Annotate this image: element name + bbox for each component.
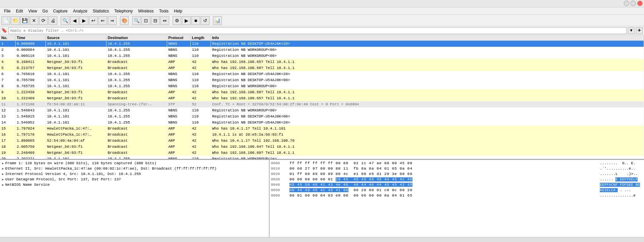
find-button[interactable]: 🔍 [61, 16, 69, 25]
table-row[interactable]: 30.00011610.4.1.10110.4.1.255NBNS110Regi… [0, 53, 644, 59]
detail-row-udp[interactable]: ▶ User Datagram Protocol, Src Port: 137,… [0, 177, 269, 182]
table-row[interactable]: 40.198411Netgear_b6:93:f1BroadcastARP42W… [0, 59, 644, 65]
menu-view[interactable]: View [26, 8, 40, 14]
hex-row-0050: 0050 4b 44 49 45 4c 43 41 00 00 20 00 01… [271, 187, 643, 193]
col-header-length[interactable]: Length [190, 35, 211, 41]
menu-capture[interactable]: Capture [51, 8, 70, 14]
detail-frame-text: Frame 1: 110 bytes on wire (880 bits), 1… [5, 161, 156, 165]
menu-help[interactable]: Help [171, 8, 185, 14]
table-row[interactable]: 70.76570010.4.1.10110.4.1.255NBNS110Regi… [0, 77, 644, 83]
triangle-icon: ▶ [2, 178, 4, 181]
detail-row-ip[interactable]: ▶ Internet Protocol Version 4, Src: 10.4… [0, 171, 269, 177]
table-row[interactable]: 151.797024HewlettPacka_1c:47:…BroadcastA… [0, 126, 644, 132]
triangle-icon: ▶ [2, 172, 4, 176]
packet-rows: 10.00000010.4.1.10110.4.1.255NBNS110Regi… [0, 41, 644, 160]
filter-icon: 🔖 [1, 28, 7, 33]
detail-ip-text: Internet Protocol Version 4, Src: 10.4.1… [5, 172, 141, 176]
hex-row-0030: 0030 00 00 00 00 00 01 20 45 45 45 46 46… [271, 177, 643, 182]
triangle-icon: ▶ [2, 162, 4, 165]
hex-row-0000: 0000 ff ff ff ff ff ff 00 08 02 1c 47 ae… [271, 161, 643, 166]
restart-capture-button[interactable]: ↺ [201, 16, 210, 25]
menu-bar: File Edit View Go Capture Analyze Statis… [0, 7, 644, 15]
filter-dropdown-button[interactable]: ▼ [628, 27, 635, 34]
table-row[interactable]: 101.222469Netgear_b6:93:f1BroadcastARP42… [0, 95, 644, 101]
hex-row-0020: 0020 01 ff 00 89 00 89 00 4c e1 00 e5 d1… [271, 171, 643, 177]
new-capture-button[interactable]: 📄 [1, 16, 10, 25]
title-bar [0, 0, 644, 7]
first-button[interactable]: ↩ [89, 16, 98, 25]
normal-size-button[interactable]: ⊡ [142, 16, 150, 25]
col-header-time[interactable]: Time [15, 35, 45, 41]
zoom-out-button[interactable]: ⊟ [151, 16, 160, 25]
prev-button[interactable]: ◀ [70, 16, 79, 25]
col-header-no[interactable]: No. [0, 35, 15, 41]
detail-ethernet-text: Ethernet II, Src: HewlettPacka_1c:47:ae … [5, 167, 216, 171]
capture-options-button[interactable]: ⚙ [173, 16, 181, 25]
triangle-icon: ▶ [2, 183, 4, 187]
open-button[interactable]: 📁 [11, 16, 20, 25]
packet-table: No. Time Source Destination Protocol Len… [0, 35, 644, 160]
col-header-source[interactable]: Source [45, 35, 106, 41]
detail-nbns-text: NetBIOS Name Service [5, 183, 50, 187]
io-graph-button[interactable]: 📊 [213, 16, 222, 25]
menu-wireless[interactable]: Wireless [135, 8, 156, 14]
table-row[interactable]: 10.00000010.4.1.10110.4.1.255NBNS110Regi… [0, 41, 644, 47]
menu-tools[interactable]: Tools [156, 8, 171, 14]
table-row[interactable]: 171.89006552:54:00:4a:04:afBroadcastARP4… [0, 138, 644, 144]
save-button[interactable]: 💾 [20, 16, 29, 25]
close-capture-button[interactable]: ✕ [30, 16, 38, 25]
detail-row-nbns[interactable]: ▶ NetBIOS Name Service [0, 182, 269, 187]
menu-statistics[interactable]: Statistics [90, 8, 112, 14]
menu-analyze[interactable]: Analyze [70, 8, 90, 14]
hex-row-0040: 0040 45 45 50 46 41 43 4e 46 46 44 46 44… [271, 182, 643, 187]
detail-pane[interactable]: ▶ Frame 1: 110 bytes on wire (880 bits),… [0, 160, 270, 237]
zoom-in-button[interactable]: 🔍 [132, 16, 141, 25]
table-row[interactable]: 182.005759Netgear_b6:93:f1BroadcastARP42… [0, 144, 644, 150]
hex-row-0010: 0010 00 60 27 97 00 00 80 11 fb 8a 0a 04… [271, 166, 643, 171]
table-row[interactable]: 111.372108fe:54:00:d2:a6:11Spanning-tree… [0, 101, 644, 107]
table-row[interactable]: 192.246489Netgear_b6:93:f1BroadcastARP42… [0, 150, 644, 156]
stop-capture-button[interactable]: ■ [191, 16, 200, 25]
status-bar [0, 237, 644, 242]
next-button[interactable]: ▶ [80, 16, 88, 25]
maximize-button[interactable] [631, 1, 636, 6]
detail-row-ethernet[interactable]: ▶ Ethernet II, Src: HewlettPacka_1c:47:a… [0, 166, 269, 171]
table-row[interactable]: 91.222438Netgear_b6:93:f1BroadcastARP42W… [0, 89, 644, 95]
menu-edit[interactable]: Edit [13, 8, 26, 14]
resize-columns-button[interactable]: ⇔ [160, 16, 169, 25]
detail-row-frame[interactable]: ▶ Frame 1: 110 bytes on wire (880 bits),… [0, 161, 269, 166]
close-button[interactable] [637, 1, 643, 6]
next-result-button[interactable]: ⇒ [108, 16, 117, 25]
print-button[interactable]: 🖨 [49, 16, 57, 25]
menu-go[interactable]: Go [40, 8, 51, 14]
window-controls [624, 1, 643, 6]
table-row[interactable]: 60.76561810.4.1.10110.4.1.255NBNS110Regi… [0, 71, 644, 77]
table-row[interactable]: 121.54684310.4.1.10110.4.1.255NBNS110Reg… [0, 107, 644, 113]
col-header-destination[interactable]: Destination [106, 35, 167, 41]
hex-pane[interactable]: 0000 ff ff ff ff ff ff 00 08 02 1c 47 ae… [270, 160, 644, 237]
reload-button[interactable]: ⟳ [39, 16, 48, 25]
prev-result-button[interactable]: ⇐ [98, 16, 107, 25]
toolbar: 📄 📁 💾 ✕ ⟳ 🖨 🔍 ◀ ▶ ↩ ⇐ ⇒ 🎨 🔍 ⊡ ⊟ ⇔ ⚙ ▶ ■ … [0, 15, 644, 26]
table-row[interactable]: 50.213757Netgear_b6:93:f1BroadcastARP42W… [0, 65, 644, 71]
bottom-pane: ▶ Frame 1: 110 bytes on wire (880 bits),… [0, 160, 644, 237]
display-filter-input[interactable] [8, 27, 626, 34]
start-capture-button[interactable]: ▶ [182, 16, 191, 25]
table-row[interactable]: 80.76573510.4.1.10110.4.1.255NBNS110Regi… [0, 83, 644, 89]
packet-list[interactable]: No. Time Source Destination Protocol Len… [0, 35, 644, 160]
table-row[interactable]: 161.797176HewlettPacka_1c:47:…BroadcastA… [0, 132, 644, 138]
menu-file[interactable]: File [1, 8, 13, 14]
menu-telephony[interactable]: Telephony [112, 8, 135, 14]
col-header-info[interactable]: Info [211, 35, 644, 41]
minimize-button[interactable] [624, 1, 629, 6]
filter-bar: 🔖 ▼ + [0, 26, 644, 35]
table-row[interactable]: 141.54695210.4.1.10110.4.1.255NBNS110Reg… [0, 119, 644, 126]
table-row[interactable]: 20.00008410.4.1.10110.4.1.255NBNS110Regi… [0, 47, 644, 53]
hex-row-0060: 0060 00 01 00 00 04 93 e0 00 00 06 00 00… [271, 193, 643, 198]
colorize-button[interactable]: 🎨 [120, 16, 129, 25]
col-header-protocol[interactable]: Protocol [167, 35, 190, 41]
table-row[interactable]: 202.29727110.4.1.10110.4.1.255NBNS110Reg… [0, 156, 644, 160]
triangle-icon: ▶ [2, 167, 4, 171]
table-row[interactable]: 131.54691510.4.1.10110.4.1.255NBNS110Reg… [0, 113, 644, 119]
filter-plus-button[interactable]: + [636, 27, 643, 34]
